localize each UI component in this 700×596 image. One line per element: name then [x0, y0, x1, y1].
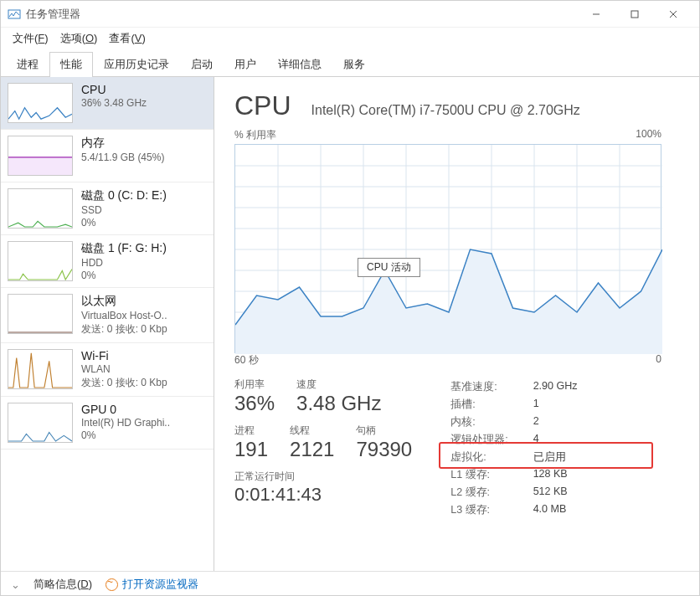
tab-details[interactable]: 详细信息 — [267, 52, 332, 77]
sidebar-item-label: 磁盘 0 (C: D: E:) — [81, 188, 167, 203]
thumb-disk1 — [8, 241, 73, 281]
detail-subtitle: Intel(R) Core(TM) i7-7500U CPU @ 2.70GHz — [311, 103, 580, 118]
resource-monitor-icon — [106, 578, 118, 591]
chart-tooltip: CPU 活动 — [358, 258, 420, 277]
sidebar-item-gpu0[interactable]: GPU 0 Intel(R) HD Graphi.. 0% — [1, 397, 214, 450]
stat-processes: 进程 191 — [234, 424, 268, 461]
cpu-info-table: 基准速度:2.90 GHz 插槽:1 内核:2 逻辑处理器:4 虚拟化:已启用 … — [445, 378, 582, 522]
detail-panel: CPU Intel(R) Core(TM) i7-7500U CPU @ 2.7… — [214, 77, 699, 571]
chart-ymax: 100% — [636, 128, 661, 142]
tab-app-history[interactable]: 应用历史记录 — [93, 52, 180, 77]
app-icon — [8, 8, 21, 21]
sidebar-item-memory[interactable]: 内存 5.4/11.9 GB (45%) — [1, 130, 214, 182]
sidebar-item-disk1[interactable]: 磁盘 1 (F: G: H:) HDD 0% — [1, 235, 214, 288]
chart-xright: 0 — [656, 353, 661, 367]
main: CPU 36% 3.48 GHz 内存 5.4/11.9 GB (45%) 磁盘… — [1, 77, 699, 571]
sidebar-item-label: Wi-Fi — [81, 349, 167, 362]
open-resource-monitor-link[interactable]: 打开资源监视器 — [106, 577, 198, 592]
tab-startup[interactable]: 启动 — [180, 52, 224, 77]
menubar: 文件(F) 选项(O) 查看(V) — [1, 28, 699, 51]
menu-file[interactable]: 文件(F) — [13, 31, 49, 46]
tab-performance[interactable]: 性能 — [49, 52, 93, 77]
thumb-cpu — [8, 83, 73, 123]
stat-handles: 句柄 79390 — [356, 424, 412, 461]
maximize-button[interactable] — [615, 1, 654, 28]
tab-services[interactable]: 服务 — [332, 52, 376, 77]
chart-xleft: 60 秒 — [234, 353, 259, 367]
window-controls — [577, 1, 692, 28]
sidebar-item-label: 内存 — [81, 136, 164, 151]
menu-options[interactable]: 选项(O) — [60, 31, 98, 46]
tab-users[interactable]: 用户 — [224, 52, 267, 77]
detail-title: CPU — [234, 90, 291, 121]
sidebar-item-disk0[interactable]: 磁盘 0 (C: D: E:) SSD 0% — [1, 182, 214, 235]
sidebar-item-label: CPU — [81, 83, 147, 96]
sidebar-item-wifi[interactable]: Wi-Fi WLAN 发送: 0 接收: 0 Kbp — [1, 343, 214, 397]
stat-threads: 线程 2121 — [290, 424, 334, 461]
chevron-down-icon[interactable]: ⌄ — [11, 578, 20, 591]
sidebar-item-label: 磁盘 1 (F: G: H:) — [81, 241, 167, 256]
titlebar-text: 任务管理器 — [26, 7, 80, 22]
stat-utilization: 利用率 36% — [234, 378, 275, 415]
thumb-disk0 — [8, 188, 73, 229]
svg-rect-5 — [8, 157, 72, 175]
close-button[interactable] — [654, 1, 692, 28]
sidebar-item-label: 以太网 — [81, 294, 167, 309]
sidebar-item-ethernet[interactable]: 以太网 VirtualBox Host-O.. 发送: 0 接收: 0 Kbp — [1, 288, 214, 343]
tabs: 进程 性能 应用历史记录 启动 用户 详细信息 服务 — [1, 51, 699, 77]
sidebar-item-label: GPU 0 — [81, 403, 170, 416]
thumb-gpu0 — [8, 403, 73, 443]
minimize-button[interactable] — [577, 1, 615, 28]
titlebar: 任务管理器 — [1, 1, 699, 28]
thumb-memory — [8, 136, 73, 176]
svg-rect-2 — [631, 11, 638, 18]
tab-processes[interactable]: 进程 — [6, 52, 49, 77]
footer: ⌄ 简略信息(D) 打开资源监视器 — [1, 571, 699, 596]
brief-info-toggle[interactable]: 简略信息(D) — [33, 577, 92, 592]
sidebar-item-cpu[interactable]: CPU 36% 3.48 GHz — [1, 77, 214, 130]
thumb-wifi — [8, 349, 73, 389]
stat-speed: 速度 3.48 GHz — [296, 378, 381, 415]
thumb-ethernet — [8, 294, 73, 334]
sidebar[interactable]: CPU 36% 3.48 GHz 内存 5.4/11.9 GB (45%) 磁盘… — [1, 77, 214, 571]
chart-ylabel: % 利用率 — [234, 128, 276, 142]
cpu-chart[interactable]: CPU 活动 — [234, 144, 661, 353]
stat-uptime: 正常运行时间 0:01:41:43 — [234, 470, 412, 506]
menu-view[interactable]: 查看(V) — [109, 31, 145, 46]
